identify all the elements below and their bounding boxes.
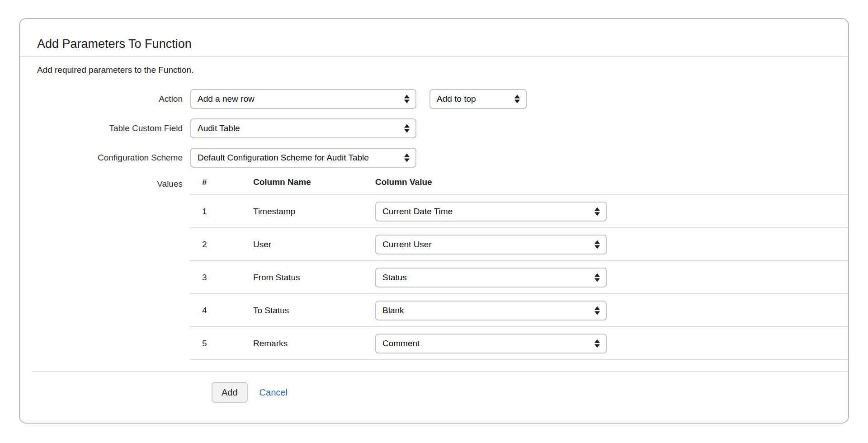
row-num: 4 <box>190 306 253 316</box>
values-table: # Column Name Column Value 1 Timestamp C… <box>190 177 848 360</box>
cancel-link[interactable]: Cancel <box>259 387 288 398</box>
action-label: Action <box>20 89 185 109</box>
configuration-scheme-label: Configuration Scheme <box>20 148 185 168</box>
buttons-row: Add Cancel <box>20 382 848 403</box>
row-value-cell: Current User <box>375 235 848 254</box>
row-name: User <box>253 240 375 250</box>
row-name: From Status <box>253 273 375 283</box>
add-parameters-dialog: Add Parameters To Function Add required … <box>19 18 849 424</box>
add-position-select[interactable]: Add to top <box>429 89 527 109</box>
row-num: 3 <box>190 273 253 283</box>
values-table-header: # Column Name Column Value <box>190 177 848 195</box>
select-spinner-icon <box>594 207 600 216</box>
table-row: 3 From Status Status <box>190 261 848 294</box>
add-position-select-value: Add to top <box>437 94 476 104</box>
table-row: 1 Timestamp Current Date Time <box>190 195 848 228</box>
table-row: 4 To Status Blank <box>190 294 848 327</box>
table-custom-field-label: Table Custom Field <box>20 118 185 138</box>
select-spinner-icon <box>404 124 410 133</box>
page-title: Add Parameters To Function <box>37 37 848 51</box>
row-value-cell: Comment <box>375 334 848 353</box>
configuration-scheme-select-value: Default Configuration Scheme for Audit T… <box>198 153 369 163</box>
column-value-select-value: Current Date Time <box>382 207 453 217</box>
header-name: Column Name <box>253 177 375 187</box>
column-value-select[interactable]: Current User <box>375 235 607 254</box>
header-value: Column Value <box>375 177 848 187</box>
column-value-select-value: Current User <box>382 240 432 250</box>
column-value-select-value: Blank <box>382 306 404 316</box>
action-select[interactable]: Add a new row <box>190 89 416 109</box>
add-button[interactable]: Add <box>212 382 248 403</box>
select-spinner-icon <box>404 154 410 162</box>
row-value-cell: Status <box>375 268 848 287</box>
row-num: 1 <box>190 207 253 217</box>
header-num: # <box>190 177 253 187</box>
table-row: 5 Remarks Comment <box>190 327 848 360</box>
action-select-value: Add a new row <box>198 94 255 104</box>
row-name: Remarks <box>253 339 375 349</box>
form-row-values: Values # Column Name Column Value 1 Time… <box>20 177 848 360</box>
buttons-divider <box>32 371 848 372</box>
table-row: 2 User Current User <box>190 228 848 261</box>
row-value-cell: Blank <box>375 301 848 320</box>
add-parameters-form: Action Add a new row Add to top Table Cu… <box>20 89 848 403</box>
row-num: 2 <box>190 240 253 250</box>
title-divider <box>20 56 848 57</box>
column-value-select[interactable]: Status <box>375 268 607 287</box>
form-row-configuration-scheme: Configuration Scheme Default Configurati… <box>20 148 848 168</box>
values-label: Values <box>20 177 185 190</box>
column-value-select-value: Status <box>382 273 407 283</box>
column-value-select[interactable]: Current Date Time <box>375 202 607 222</box>
select-spinner-icon <box>594 273 600 282</box>
table-custom-field-select-value: Audit Table <box>198 123 240 133</box>
row-name: To Status <box>253 306 375 316</box>
select-spinner-icon <box>514 95 520 104</box>
configuration-scheme-select[interactable]: Default Configuration Scheme for Audit T… <box>190 148 416 168</box>
table-custom-field-select[interactable]: Audit Table <box>190 118 416 138</box>
row-num: 5 <box>190 339 253 349</box>
page-description: Add required parameters to the Function. <box>37 65 848 75</box>
select-spinner-icon <box>594 339 600 348</box>
select-spinner-icon <box>594 240 600 249</box>
configuration-scheme-fields: Default Configuration Scheme for Audit T… <box>185 148 848 168</box>
form-row-action: Action Add a new row Add to top <box>20 89 848 109</box>
column-value-select-value: Comment <box>382 339 420 349</box>
select-spinner-icon <box>404 95 410 104</box>
column-value-select[interactable]: Comment <box>375 334 607 353</box>
select-spinner-icon <box>594 306 600 315</box>
row-value-cell: Current Date Time <box>375 202 848 222</box>
column-value-select[interactable]: Blank <box>375 301 607 320</box>
table-custom-field-fields: Audit Table <box>185 118 848 138</box>
action-fields: Add a new row Add to top <box>185 89 848 109</box>
row-name: Timestamp <box>253 207 375 217</box>
form-row-table-custom-field: Table Custom Field Audit Table <box>20 118 848 138</box>
